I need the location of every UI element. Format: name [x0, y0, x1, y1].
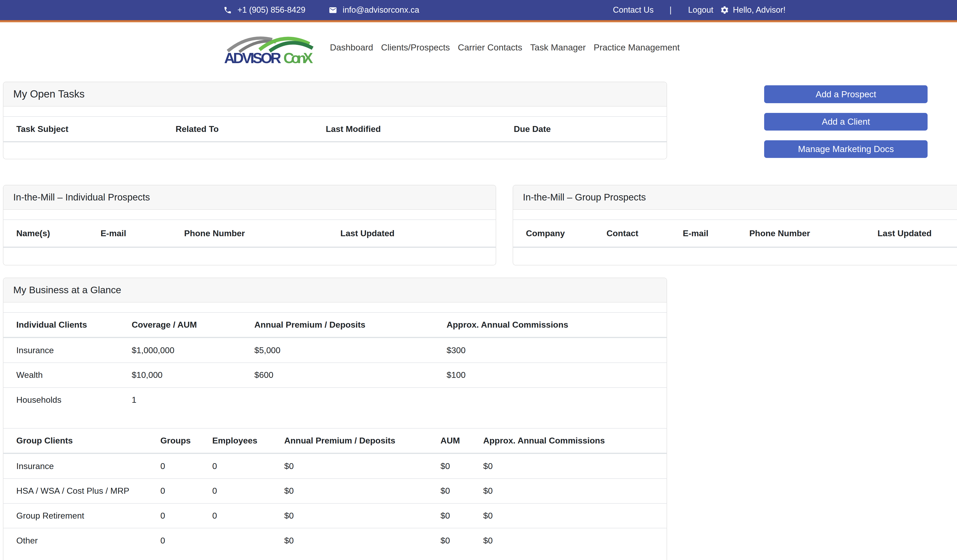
col-due-date: Due Date [514, 117, 667, 142]
phone-icon [223, 6, 232, 14]
cell-value: 0 [160, 478, 212, 503]
logout-link[interactable]: Logout [688, 5, 713, 15]
cell-label: Other [3, 528, 160, 553]
top-utility-bar: +1 (905) 856-8429 info@advisorconx.ca Co… [0, 0, 957, 20]
table-row-group-retirement: Group Retirement 0 0 $0 $0 $0 [3, 503, 666, 528]
table-row-other: Other 0 $0 $0 $0 [3, 528, 666, 553]
cell-value: $0 [441, 453, 483, 478]
cell-value: $0 [284, 503, 441, 528]
cell-value: $1,000,000 [132, 338, 254, 363]
cell-value [447, 388, 666, 412]
col-email: E-mail [683, 220, 749, 247]
cell-value: 0 [212, 503, 284, 528]
cell-label: Insurance [3, 453, 160, 478]
add-prospect-button[interactable]: Add a Prospect [764, 85, 928, 103]
manage-marketing-docs-button[interactable]: Manage Marketing Docs [764, 140, 928, 158]
table-row-households: Households 1 [3, 388, 666, 412]
mill-individual-header-row: Name(s) E-mail Phone Number Last Updated [3, 220, 496, 247]
topbar-account-menu: Contact Us | Logout Hello, Advisor! [613, 5, 786, 15]
cell-value: $0 [483, 478, 666, 503]
col-individual-clients: Individual Clients [3, 312, 131, 338]
email-link[interactable]: info@advisorconx.ca [343, 5, 419, 15]
mill-individual-title: In-the-Mill – Individual Prospects [3, 185, 496, 210]
mill-group-header-row: Company Contact E-mail Phone Number Last… [513, 220, 957, 247]
col-names: Name(s) [3, 220, 101, 247]
cell-value: $600 [254, 363, 447, 388]
cell-value: $0 [441, 478, 483, 503]
table-row-group-insurance: Insurance 0 0 $0 $0 $0 [3, 453, 666, 478]
col-approx-commissions: Approx. Annual Commissions [447, 312, 666, 338]
individual-clients-table: Individual Clients Coverage / AUM Annual… [3, 312, 666, 412]
envelope-icon [328, 6, 337, 14]
col-group-clients: Group Clients [3, 428, 160, 453]
mill-group-title: In-the-Mill – Group Prospects [513, 185, 957, 210]
col-employees: Employees [212, 428, 284, 453]
mill-individual-table: Name(s) E-mail Phone Number Last Updated [3, 219, 496, 248]
phone-number-link[interactable]: +1 (905) 856-8429 [237, 5, 305, 15]
cell-label: Group Retirement [3, 503, 160, 528]
col-related-to: Related To [176, 117, 326, 142]
quick-actions: Add a Prospect Add a Client Manage Marke… [764, 82, 928, 168]
cell-value: $0 [284, 453, 441, 478]
mill-group-table: Company Contact E-mail Phone Number Last… [513, 219, 957, 248]
col-coverage-aum: Coverage / AUM [132, 312, 254, 338]
gear-icon[interactable] [720, 5, 729, 14]
mill-group-prospects-card: In-the-Mill – Group Prospects Company Co… [513, 185, 957, 265]
cell-value [254, 388, 447, 412]
nav-practice-management[interactable]: Practice Management [590, 39, 684, 56]
cell-label: Insurance [3, 338, 131, 363]
nav-task-manager[interactable]: Task Manager [526, 39, 590, 56]
table-row-hsa-wsa: HSA / WSA / Cost Plus / MRP 0 0 $0 $0 $0 [3, 478, 666, 503]
cell-label: HSA / WSA / Cost Plus / MRP [3, 478, 160, 503]
cell-value: $0 [284, 528, 441, 553]
individual-clients-header-row: Individual Clients Coverage / AUM Annual… [3, 312, 666, 338]
group-clients-table: Group Clients Groups Employees Annual Pr… [3, 428, 666, 553]
nav-dashboard[interactable]: Dashboard [326, 39, 377, 56]
greeting-text: Hello, Advisor! [733, 5, 786, 15]
site-header: ADVISOR ConX Dashboard Clients/Prospects… [0, 23, 957, 73]
cell-value: $10,000 [132, 363, 254, 388]
cell-label: Wealth [3, 363, 131, 388]
cell-value: $5,000 [254, 338, 447, 363]
mill-individual-prospects-card: In-the-Mill – Individual Prospects Name(… [3, 185, 496, 265]
nav-clients-prospects[interactable]: Clients/Prospects [377, 39, 454, 56]
nav-carrier-contacts[interactable]: Carrier Contacts [454, 39, 526, 56]
cell-value: 0 [212, 478, 284, 503]
my-open-tasks-card: My Open Tasks Task Subject Related To La… [3, 82, 667, 159]
cell-value: $0 [284, 478, 441, 503]
cell-value: 0 [160, 453, 212, 478]
col-aum: AUM [441, 428, 483, 453]
contact-us-link[interactable]: Contact Us [613, 5, 654, 15]
advisor-conx-logo[interactable]: ADVISOR ConX [223, 29, 314, 66]
cell-value: 0 [160, 503, 212, 528]
col-last-updated: Last Updated [878, 220, 957, 247]
table-row-wealth: Wealth $10,000 $600 $100 [3, 363, 666, 388]
col-groups: Groups [160, 428, 212, 453]
main-content: My Open Tasks Task Subject Related To La… [0, 73, 957, 560]
col-phone-number: Phone Number [184, 220, 340, 247]
open-tasks-header-row: Task Subject Related To Last Modified Du… [3, 117, 666, 142]
open-tasks-table: Task Subject Related To Last Modified Du… [3, 116, 666, 142]
cell-value: 0 [212, 453, 284, 478]
cell-label: Households [3, 388, 131, 412]
group-clients-header-row: Group Clients Groups Employees Annual Pr… [3, 428, 666, 453]
col-phone-number: Phone Number [749, 220, 877, 247]
topbar-contact-info: +1 (905) 856-8429 info@advisorconx.ca [223, 5, 419, 15]
col-annual-premium: Annual Premium / Deposits [284, 428, 441, 453]
logo-text-conx: ConX [283, 50, 313, 66]
col-task-subject: Task Subject [3, 117, 175, 142]
add-client-button[interactable]: Add a Client [764, 113, 928, 131]
topbar-divider: | [670, 5, 671, 15]
col-last-updated: Last Updated [340, 220, 496, 247]
col-contact: Contact [606, 220, 683, 247]
cell-value: $0 [441, 528, 483, 553]
col-approx-commissions: Approx. Annual Commissions [483, 428, 666, 453]
cell-value [212, 528, 284, 553]
cell-value: 0 [160, 528, 212, 553]
business-title: My Business at a Glance [3, 278, 666, 303]
cell-value: $0 [483, 503, 666, 528]
col-last-modified: Last Modified [326, 117, 513, 142]
dashboard-page: +1 (905) 856-8429 info@advisorconx.ca Co… [0, 0, 957, 560]
cell-value: $100 [447, 363, 666, 388]
cell-value: $300 [447, 338, 666, 363]
